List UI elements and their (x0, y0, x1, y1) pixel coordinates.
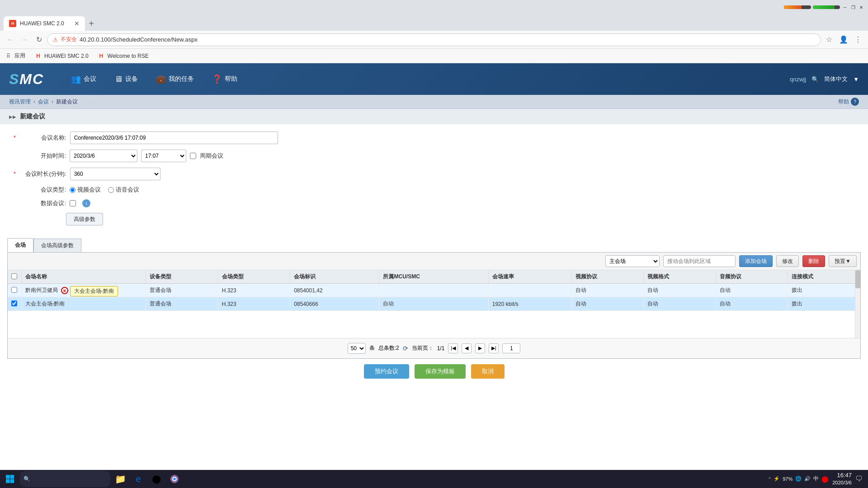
first-page-button[interactable]: |◀ (448, 343, 458, 353)
row1-audio-protocol: 自动 (716, 284, 788, 297)
title-bar: ─ ❐ ✕ (0, 0, 868, 14)
header-search-icon[interactable]: 🔍 (811, 76, 819, 83)
col-name: 会场名称 (21, 270, 146, 284)
taskbar-search-button[interactable]: 🔍 (20, 471, 110, 487)
clock-date: 2020/3/6 (832, 479, 852, 486)
breadcrumb-root[interactable]: 视讯管理 (9, 98, 31, 106)
cancel-button[interactable]: 取消 (471, 364, 505, 379)
url-text[interactable]: 40.20.0.100/ScheduledConference/New.aspx (80, 36, 815, 43)
back-button[interactable]: ← (4, 33, 16, 46)
language-selector[interactable]: 简体中文 (824, 75, 848, 83)
bookmark-apps[interactable]: ⠿ 应用 (4, 51, 28, 61)
menu-button[interactable]: ⋮ (852, 33, 864, 46)
table-scrollbar[interactable] (855, 270, 860, 338)
venue-search-input[interactable] (663, 255, 736, 267)
breadcrumb-current: 新建会议 (56, 98, 78, 106)
nav-actions: ☆ 👤 ⋮ (823, 33, 864, 46)
duration-label: 会议时长(分钟): (21, 170, 66, 178)
nav-mytasks-label: 我的任务 (169, 75, 194, 83)
volume-icon[interactable]: 🔊 (804, 476, 811, 482)
delete-venue-button[interactable]: 删除 (802, 255, 825, 267)
reload-button[interactable]: ↻ (33, 33, 45, 46)
help-link[interactable]: 帮助 ? (838, 98, 859, 106)
row1-checkbox[interactable] (11, 287, 17, 293)
tasks-icon: 💼 (156, 74, 166, 84)
user-account-button[interactable]: 👤 (837, 33, 850, 46)
schedule-button[interactable]: 预约会议 (364, 364, 409, 379)
forward-button[interactable]: → (18, 33, 31, 46)
refresh-icon[interactable]: ⟳ (403, 345, 408, 352)
window-controls[interactable]: ─ ❐ ✕ (784, 4, 864, 10)
periodic-checkbox[interactable] (190, 153, 196, 159)
advanced-row: 高级参数 (14, 213, 854, 225)
add-venue-button[interactable]: 添加会场 (739, 255, 773, 267)
table-row[interactable]: 黔南州卫健局 × 大会主会场-黔南 普通会场 H.323 0854001 (8, 284, 860, 297)
windows-logo-icon (5, 474, 14, 483)
nav-meetings[interactable]: 👥 会议 (62, 63, 105, 95)
next-page-button[interactable]: ▶ (475, 343, 485, 353)
row1-checkbox-cell[interactable] (8, 284, 21, 297)
nav-devices[interactable]: 🖥 设备 (105, 63, 147, 95)
audio-type-label[interactable]: 语音会议 (108, 186, 139, 194)
active-tab[interactable]: H HUAWEI SMC 2.0 ✕ (4, 16, 85, 31)
new-tab-button[interactable]: + (85, 17, 98, 30)
taskbar-file-explorer[interactable]: 📁 (112, 471, 128, 487)
help-icon: ❓ (212, 74, 222, 84)
tray-arrow[interactable]: ^ (769, 476, 771, 482)
venue-tab[interactable]: 会场 (7, 238, 33, 252)
taskbar-camera[interactable]: ⬤ (148, 471, 165, 487)
row2-checkbox-cell[interactable] (8, 297, 21, 311)
last-page-button[interactable]: ▶| (489, 343, 499, 353)
duration-required-star: * (14, 171, 16, 177)
tab-title: HUAWEI SMC 2.0 (20, 20, 64, 27)
scrollbar-thumb[interactable] (855, 270, 860, 288)
taskbar-ie[interactable]: e (130, 471, 146, 487)
select-all-header[interactable] (8, 270, 21, 284)
duration-select[interactable]: 360 (70, 168, 160, 180)
row1-connection: 拨出 (788, 284, 860, 297)
prev-page-button[interactable]: ◀ (462, 343, 472, 353)
breadcrumb-level1[interactable]: 会议 (38, 98, 49, 106)
bookmark-star-button[interactable]: ☆ (823, 33, 835, 46)
address-bar[interactable]: ⚠ 不安全 40.20.0.100/ScheduledConference/Ne… (47, 33, 821, 46)
nav-mytasks[interactable]: 💼 我的任务 (147, 63, 203, 95)
data-checkbox[interactable] (70, 200, 76, 206)
close-button[interactable]: ✕ (858, 4, 864, 10)
time-select[interactable]: 17:07 (141, 150, 186, 162)
advanced-params-button[interactable]: 高级参数 (66, 213, 103, 225)
conference-name-input[interactable] (70, 131, 278, 144)
row2-checkbox[interactable] (11, 300, 17, 306)
taskbar-chrome[interactable] (166, 471, 183, 487)
bookmark-huawei-smc[interactable]: H HUAWEI SMC 2.0 (33, 52, 91, 60)
video-type-radio[interactable] (70, 187, 75, 193)
tab-close-button[interactable]: ✕ (74, 20, 80, 27)
delete-row1-icon[interactable]: × (61, 287, 68, 294)
venue-advanced-tab[interactable]: 会场高级参数 (33, 239, 81, 252)
page-number-input[interactable] (502, 343, 520, 353)
audio-type-radio[interactable] (108, 187, 114, 193)
save-template-button[interactable]: 保存为模板 (415, 364, 466, 379)
minimize-button[interactable]: ─ (842, 4, 848, 10)
table-row[interactable]: 大会主会场-黔南 普通会场 H.323 08540666 自动 1920 kbi… (8, 297, 860, 311)
main-venue-select[interactable]: 主会场 (605, 255, 660, 267)
video-type-label[interactable]: 视频会议 (70, 186, 101, 194)
help-circle-icon: ? (851, 98, 859, 106)
start-button[interactable] (2, 471, 18, 487)
date-select[interactable]: 2020/3/6 (70, 150, 137, 162)
preset-button[interactable]: 预置▼ (829, 255, 857, 267)
maximize-button[interactable]: ❐ (850, 4, 856, 10)
notification-icon[interactable]: 🗨 (855, 475, 863, 483)
row2-video-format: 自动 (644, 297, 716, 311)
bookmark-rse[interactable]: H Welcome to RSE (97, 52, 151, 60)
page-size-select[interactable]: 50 (348, 343, 366, 354)
data-info-icon[interactable]: i (82, 199, 90, 207)
edit-venue-button[interactable]: 修改 (776, 255, 799, 267)
lang-dropdown-icon[interactable]: ▼ (853, 76, 859, 83)
section-arrow-icon: ▶▶ (9, 114, 16, 119)
meetings-icon: 👥 (71, 74, 81, 84)
clock-time: 16:47 (832, 471, 852, 479)
taskbar-search-icon: 🔍 (24, 476, 30, 482)
nav-help[interactable]: ❓ 帮助 (203, 63, 246, 95)
bookmark-huawei-label: HUAWEI SMC 2.0 (44, 53, 89, 59)
select-all-checkbox[interactable] (11, 273, 17, 279)
